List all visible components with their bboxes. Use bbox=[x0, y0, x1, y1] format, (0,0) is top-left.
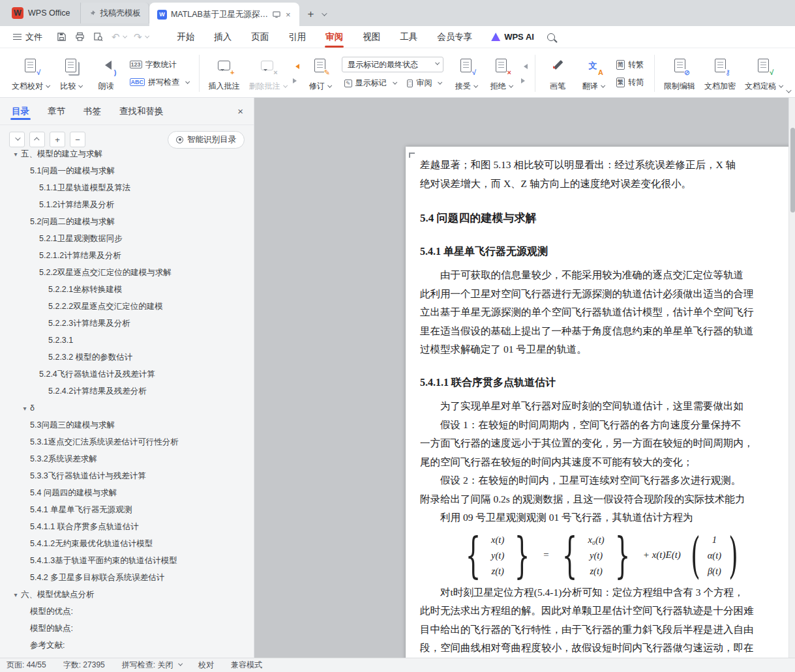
toc-item[interactable]: ▾五、模型的建立与求解 bbox=[0, 145, 254, 162]
redo-chevron-icon[interactable] bbox=[145, 34, 149, 38]
toc-item[interactable]: 5.2问题二的建模与求解 bbox=[0, 213, 254, 230]
document-page[interactable]: 差越显著；和图 5.13 相比较可以明显看出：经过系统误差修正后，X 轴绝对误差… bbox=[406, 147, 795, 658]
undo-button[interactable]: ↶ bbox=[112, 31, 125, 43]
toc-collapse-arrow-icon[interactable]: ▾ bbox=[12, 591, 20, 598]
word-count-indicator[interactable]: 字数: 27395 bbox=[63, 660, 105, 671]
toc-item[interactable]: 5.2.1.2计算结果及分析 bbox=[0, 247, 254, 264]
reject-button[interactable]: × 拒绝 bbox=[484, 51, 518, 96]
toc-item[interactable]: ▾δ bbox=[0, 400, 254, 416]
toc-item[interactable]: 5.4 问题四的建模与求解 bbox=[0, 484, 254, 501]
sidebar-tab-toc[interactable]: 目录 bbox=[10, 99, 31, 124]
toc-item-label: 5.2.1.2计算结果及分析 bbox=[39, 250, 121, 261]
menu-tab-3[interactable]: 引用 bbox=[280, 27, 314, 47]
file-menu-button[interactable]: 文件 bbox=[7, 29, 49, 46]
restrict-editing-button[interactable]: ⊘ 限制编辑 bbox=[660, 51, 699, 96]
toc-item[interactable]: 5.2.2.2双星逐点交汇定位的建模 bbox=[0, 298, 254, 315]
toc-collapse-arrow-icon[interactable]: ▾ bbox=[12, 151, 20, 158]
next-change-icon bbox=[521, 78, 528, 83]
document-tab-active[interactable]: W MATLAB基于卫星无源探测的 × bbox=[149, 3, 300, 26]
redo-button[interactable]: ↷ bbox=[134, 31, 147, 43]
new-tab-button[interactable]: + bbox=[307, 8, 314, 21]
close-sidebar-icon[interactable]: × bbox=[237, 106, 243, 117]
translate-button[interactable]: 文A 翻译 bbox=[576, 51, 610, 96]
collapse-ribbon-icon[interactable] bbox=[786, 87, 791, 93]
toc-item[interactable]: 5.2.4飞行器轨道估计及残差计算 bbox=[0, 366, 254, 383]
toc-item[interactable]: 5.2.2.1坐标转换建模 bbox=[0, 281, 254, 298]
toc-item[interactable]: 5.2.4.2计算结果及残差分析 bbox=[0, 383, 254, 400]
compare-button[interactable]: 比较 bbox=[54, 51, 88, 96]
document-area[interactable]: 差越显著；和图 5.13 相比较可以明显看出：经过系统误差修正后，X 轴绝对误差… bbox=[254, 98, 795, 658]
next-change-button[interactable] bbox=[521, 76, 528, 85]
collapse-paragraph-icon[interactable] bbox=[409, 153, 415, 158]
pen-button[interactable]: 画笔 bbox=[541, 51, 575, 96]
sidebar-tab-find-replace[interactable]: 查找和替换 bbox=[118, 99, 165, 124]
wps-home-tab[interactable]: W WPS Office bbox=[5, 3, 81, 23]
toc-item[interactable]: 模型的优点: bbox=[0, 603, 254, 620]
previous-comment-button[interactable] bbox=[293, 62, 299, 70]
accept-button[interactable]: √ 接受 bbox=[449, 51, 483, 96]
undo-chevron-icon[interactable] bbox=[123, 34, 127, 38]
document-tab-pinned[interactable]: 找稿壳模板 bbox=[81, 3, 149, 23]
menu-tab-1[interactable]: 插入 bbox=[205, 27, 240, 47]
track-changes-button[interactable]: ✎ 修订 bbox=[303, 51, 337, 96]
read-aloud-button[interactable]: ) 朗读 bbox=[89, 51, 123, 96]
encrypt-document-button[interactable]: ⚷ 文档加密 bbox=[700, 51, 740, 96]
finalize-document-button[interactable]: √ 文档定稿 bbox=[741, 51, 786, 96]
wps-ai-button[interactable]: WPS AI bbox=[491, 32, 534, 42]
print-button[interactable] bbox=[75, 32, 85, 42]
to-simplified-button[interactable]: 繁 转简 bbox=[614, 76, 646, 89]
insert-comment-button[interactable]: + 插入批注 bbox=[205, 51, 244, 96]
menu-tab-2[interactable]: 页面 bbox=[243, 27, 277, 47]
markup-state-dropdown[interactable]: 显示标记的最终状态 bbox=[342, 57, 443, 72]
print-preview-button[interactable] bbox=[93, 32, 103, 42]
toc-item[interactable]: 5.2.2.3计算结果及分析 bbox=[0, 315, 254, 332]
spell-check-button[interactable]: ABC 拼写检查 bbox=[127, 76, 191, 89]
toc-item[interactable]: 参考文献: bbox=[0, 637, 254, 654]
proofing-indicator[interactable]: 校对 bbox=[198, 660, 214, 671]
spell-check-indicator[interactable]: 拼写检查: 关闭 bbox=[122, 660, 181, 671]
toc-collapse-arrow-icon[interactable]: ▾ bbox=[21, 405, 29, 412]
toc-item[interactable]: 5.3.1逐点交汇法系统误差估计可行性分析 bbox=[0, 433, 254, 450]
next-comment-button[interactable] bbox=[293, 76, 299, 85]
toc-item[interactable]: ▾六、模型优缺点分析 bbox=[0, 586, 254, 603]
vertical-scrollbar[interactable] bbox=[788, 98, 795, 658]
menu-tab-4[interactable]: 审阅 bbox=[317, 27, 352, 47]
menu-tab-5[interactable]: 视图 bbox=[354, 27, 389, 47]
toc-item[interactable]: 5.2.2双星逐点交汇定位的建模与求解 bbox=[0, 264, 254, 281]
toc-item[interactable]: 模型的缺点: bbox=[0, 620, 254, 637]
toc-item[interactable]: 5.2.3.2 模型的参数估计 bbox=[0, 349, 254, 366]
toc-item[interactable]: 5.4.1.3基于轨道平面约束的轨道估计模型 bbox=[0, 552, 254, 569]
tab-list-chevron-icon[interactable] bbox=[322, 10, 327, 16]
sidebar-tab-sections[interactable]: 章节 bbox=[46, 99, 67, 124]
sidebar-tab-bookmarks[interactable]: 书签 bbox=[82, 99, 102, 124]
show-markup-button[interactable]: ✎ 显示标记 bbox=[342, 76, 398, 90]
toc-item[interactable]: 5.4.2 多卫星多目标联合系统误差估计 bbox=[0, 569, 254, 586]
toc-item[interactable]: 5.2.3.1 bbox=[0, 332, 254, 349]
toc-item[interactable]: 5.1.1卫星轨道模型及算法 bbox=[0, 179, 254, 196]
toc-item[interactable]: 5.3问题三的建模与求解 bbox=[0, 416, 254, 433]
toc-item[interactable]: 5.3.2系统误差求解 bbox=[0, 450, 254, 467]
toc-item[interactable]: 5.3.3飞行器轨道估计与残差计算 bbox=[0, 467, 254, 484]
toc-item[interactable]: 5.4.1.2无约束最优化轨道估计模型 bbox=[0, 535, 254, 552]
to-traditional-button[interactable]: 简 转繁 bbox=[614, 58, 646, 72]
toc-item[interactable]: 5.1问题一的建模与求解 bbox=[0, 162, 254, 179]
toc-item[interactable]: 5.4.1 单星单飞行器无源观测 bbox=[0, 501, 254, 518]
close-tab-icon[interactable]: × bbox=[284, 10, 292, 20]
menu-tab-0[interactable]: 开始 bbox=[168, 27, 203, 47]
save-button[interactable] bbox=[57, 32, 67, 42]
menu-tab-6[interactable]: 工具 bbox=[391, 27, 426, 47]
toc-item[interactable]: 5.1.2计算结果及分析 bbox=[0, 196, 254, 213]
markup-state-chevron-icon bbox=[435, 61, 439, 65]
menu-tab-7[interactable]: 会员专享 bbox=[428, 27, 481, 47]
review-pane-button[interactable]: □ 审阅 bbox=[404, 76, 443, 90]
toc-item[interactable]: 5.2.1卫星观测数据同步 bbox=[0, 230, 254, 247]
delete-comment-button[interactable]: × 删除批注 bbox=[245, 51, 290, 96]
scrollbar-thumb[interactable] bbox=[790, 128, 795, 212]
search-icon[interactable] bbox=[547, 33, 555, 41]
toc-item[interactable]: 5.4.1.1 联合序贯多点轨道估计 bbox=[0, 518, 254, 535]
word-count-button[interactable]: 123 字数统计 bbox=[127, 58, 191, 72]
toc-item-label: 5.3.2系统误差求解 bbox=[30, 454, 97, 465]
proofread-button[interactable]: √ 文档校对 bbox=[8, 51, 53, 96]
page-indicator[interactable]: 页面: 44/55 bbox=[7, 660, 46, 671]
previous-change-button[interactable] bbox=[521, 62, 528, 70]
